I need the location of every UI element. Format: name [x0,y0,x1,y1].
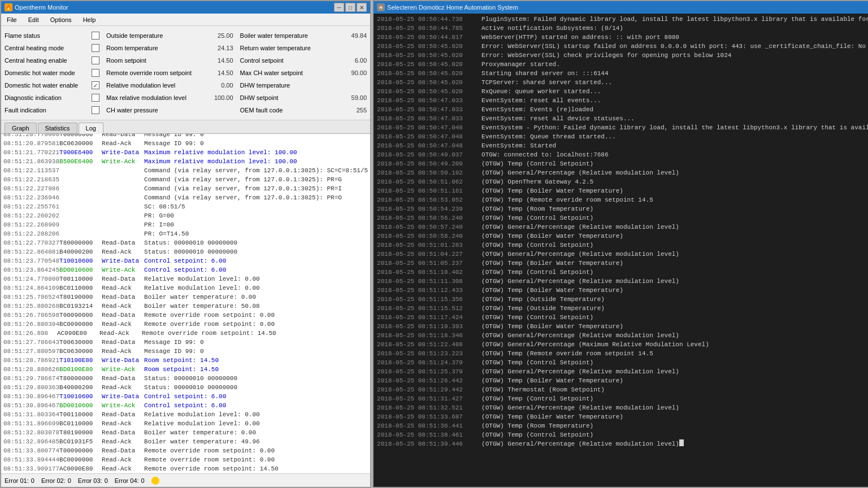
rel-mod-value: 0.00 [205,82,233,89]
log-row: 08:51:31.896699 BC0110000 Read-Ack Relat… [1,419,370,428]
log-desc: Remote override room setpoint: 0.00 [144,311,368,320]
fault-checkbox[interactable] [92,106,99,114]
diag-checkbox[interactable] [92,94,99,102]
tab-graph[interactable]: Graph [5,123,37,133]
right-log-scroll[interactable]: 2018-05-25 08:50:44.738 PluginSystem: Fa… [374,14,868,487]
log-type: Read-Data [102,238,144,247]
dhw-enable-checkbox[interactable] [92,81,99,89]
right-title: Selecteren Domoticz Home Automation Syst… [387,4,518,11]
max-ch-setpoint-value: 90.00 [338,69,367,76]
room-setpoint-value: 14.50 [205,57,233,64]
minimize-button[interactable]: ─ [334,3,344,12]
log-desc: Remote override room setpoint: 0.00 [144,446,368,455]
log-desc: Command (via relay server, from 127.0.0.… [144,184,368,193]
log-row: 08:51:24.770800 T00110000 Read-Data Rela… [1,274,370,284]
log-time: 08:51:23.770548 [3,256,59,265]
rlog-msg: PluginSystem: Failed dynamic library loa… [481,15,868,24]
rlog-row: 2018-05-25 08:51:22.488 (OTGW) General/P… [376,340,868,349]
log-row: 08:51:22.288206 PR: O=T14.50 [1,229,370,238]
max-ch-setpoint-label: Max CH water setpoint [240,69,339,76]
dhw-mode-checkbox[interactable] [92,69,99,77]
rlog-msg: (OTGW) Temp (Boiler Water Temperature) [481,232,623,241]
right-titlebar: 🏠 Selecteren Domoticz Home Automation Sy… [374,1,868,14]
menu-file[interactable]: File [3,15,20,24]
log-desc: Relative modulation level: 0.00 [144,284,368,293]
tabs-area: Graph Statistics Log [1,120,370,134]
status-col-1: Flame status Central heating mode Centra… [1,28,103,117]
dhw-enable-label: Domestic hot water enable [5,82,92,89]
max-mod-value: 100.00 [205,94,233,101]
rlog-ts: 2018-05-25 08:51:22.488 [377,340,481,349]
menu-options[interactable]: Options [47,15,75,24]
rlog-msg: (OTGW) Temp (Boiler Water Temperature) [481,286,623,295]
data-col-1: Outside temperature 25.00 Room temperatu… [103,28,237,117]
log-msgid: BD0010600 [59,401,102,410]
rlog-ts: 2018-05-25 08:50:49.209 [377,159,481,168]
log-desc: Status: 00000010 00000000 [144,238,368,247]
log-row: 08:51:21.770221 T900E6400 Write-Data Max… [1,148,370,157]
log-desc: Boiler water temperature: 49.96 [144,437,368,446]
rlog-msg: (OTGW) General/Percentage (Relative modu… [481,223,679,232]
log-desc: Control setpoint: 6.00 [144,265,368,274]
ch-enable-checkbox[interactable] [92,56,99,64]
log-time: 08:51:21.770221 [3,148,59,157]
log-time: 08:51:22.255761 [3,202,59,211]
statusbar-bottom: Error 01: 0 Error 02: 0 Error 03: 0 Erro… [1,473,370,487]
error-03-value: 0 [105,477,108,484]
rlog-row: 2018-05-25 08:50:45.020 Error: WebServer… [376,42,868,51]
flame-checkbox[interactable] [92,32,99,40]
log-time: 08:51:33.800774 [3,446,59,455]
log-type: Read-Data [102,311,144,320]
rlog-ts: 2018-05-25 08:50:54.239 [377,204,481,213]
log-msgid: BC0630000 [59,347,102,356]
rlog-ts: 2018-05-25 08:50:44.785 [377,24,481,33]
rlog-ts: 2018-05-25 08:50:45.020 [377,87,481,96]
data-max-mod: Max relative modulation level 100.00 [106,91,233,104]
maximize-button[interactable]: □ [345,3,355,12]
rlog-msg: (OTGW) Temp (Control Setpoint) [481,241,593,250]
close-button[interactable]: ✕ [357,3,367,12]
tab-statistics[interactable]: Statistics [38,123,77,133]
rlog-msg: (OTGW) General/Percentage (Relative modu… [481,277,679,286]
data-dhw-setpoint: DHW setpoint 59.00 [240,91,367,104]
error-04-label: Error 04: [115,477,139,484]
rlog-row: 2018-05-25 08:50:45.020 RxQueue: queue w… [376,87,868,96]
log-desc: Status: 00000010 00000000 [144,383,368,392]
log-row: 08:51:32.896485 BC01931F5 Read-Ack Boile… [1,437,370,446]
rlog-ts: 2018-05-25 08:50:47.048 [377,123,481,132]
log-msgid: T80000000 [59,238,102,247]
left-title: Opentherm Monitor [15,4,68,11]
rlog-row: 2018-05-25 08:51:12.433 (OTGW) Temp (Boi… [376,286,868,295]
rlog-msg: (OTGW) Temp (Control Setpoint) [481,394,593,403]
log-type: Read-Data [102,274,144,284]
max-mod-label: Max relative modulation level [106,94,205,101]
menu-edit[interactable]: Edit [25,15,42,24]
rlog-msg: (OTGW) Temp (Outside Temperature) [481,304,605,313]
tab-log[interactable]: Log [79,123,103,134]
log-msgid [59,175,102,184]
log-desc: Maximum relative modulation level: 100.0… [144,157,368,166]
rlog-msg: (OTGW) Temp (Control Setpoint) [481,268,593,277]
log-row: 08:51:20.770000 T00000000 Read-Data Mess… [1,134,370,139]
rlog-msg: (OTGW) Temp (Control Setpoint) [481,213,593,223]
rlog-ts: 2018-05-25 08:50:47.048 [377,132,481,141]
log-time: 08:51:25.786524 [3,293,59,302]
rlog-ts: 2018-05-25 08:50:49.037 [377,150,481,159]
log-msgid: T80190000 [59,428,102,437]
log-time: 08:51:28.880626 [3,365,59,374]
right-app-icon: 🏠 [377,3,385,11]
rlog-ts: 2018-05-25 08:50:44.817 [377,33,481,42]
rlog-msg: Error: WebServer(SSL) startup failed on … [481,42,868,51]
rlog-row: 2018-05-25 08:50:58.240 (OTGW) Temp (Boi… [376,232,868,241]
rlog-row: 2018-05-25 08:51:01.263 (OTGW) Temp (Con… [376,241,868,250]
log-time: 08:51:26.786598 [3,311,59,320]
status-flame: Flame status [5,29,99,42]
log-scroll[interactable]: 08:51:20.770000 T00000000 Read-Data Mess… [1,134,370,473]
right-window: 🏠 Selecteren Domoticz Home Automation Sy… [372,0,868,488]
log-time: 08:51:22.268909 [3,220,59,229]
log-type [102,184,144,193]
menu-help[interactable]: Help [80,15,99,24]
rlog-msg: OTGW: connected to: localhost:7686 [481,150,608,159]
log-msgid [59,211,102,220]
ch-mode-checkbox[interactable] [92,44,99,52]
